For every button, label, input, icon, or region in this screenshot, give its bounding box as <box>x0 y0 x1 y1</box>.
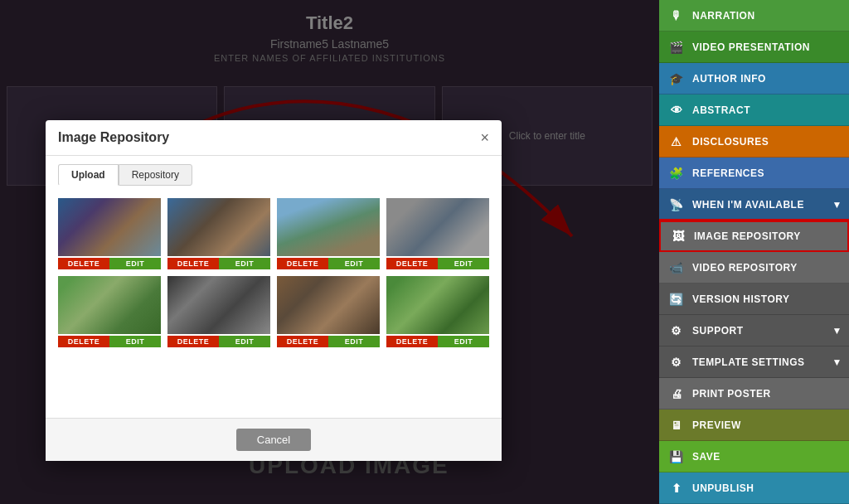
narration-icon: 🎙 <box>667 7 686 25</box>
template-settings-icon: ⚙ <box>667 353 686 371</box>
edit-button-8[interactable]: EDIT <box>438 336 489 347</box>
image-thumb-8 <box>386 276 489 334</box>
image-repository-icon: 🖼 <box>669 227 687 245</box>
sidebar-item-label: ABSTRACT <box>692 104 750 116</box>
video-presentation-icon: 🎬 <box>667 38 686 56</box>
modal-overlay: Image Repository × Upload Repository DEL… <box>0 0 659 504</box>
image-grid: DELETE EDIT DELETE EDIT DELETE EDIT <box>58 198 489 347</box>
preview-icon: 🖥 <box>667 416 686 434</box>
image-actions-2: DELETE EDIT <box>167 258 270 269</box>
sidebar-item-image-repository[interactable]: 🖼 IMAGE REPOSITORY <box>659 220 849 252</box>
modal-title: Image Repository <box>58 130 169 145</box>
sidebar-item-support[interactable]: ⚙ SUPPORT ▼ <box>659 315 849 346</box>
delete-button-3[interactable]: DELETE <box>277 258 328 269</box>
print-poster-icon: 🖨 <box>667 385 686 403</box>
image-repository-modal: Image Repository × Upload Repository DEL… <box>46 120 502 461</box>
image-thumb-2 <box>167 198 270 256</box>
image-item: DELETE EDIT <box>277 198 380 269</box>
sidebar-item-label: PREVIEW <box>692 419 741 431</box>
edit-button-3[interactable]: EDIT <box>328 258 380 269</box>
cancel-button[interactable]: Cancel <box>236 429 311 451</box>
sidebar-item-label: SAVE <box>692 451 720 463</box>
tab-upload[interactable]: Upload <box>58 164 119 186</box>
modal-close-button[interactable]: × <box>480 130 489 145</box>
edit-button-5[interactable]: EDIT <box>109 336 161 347</box>
edit-button-7[interactable]: EDIT <box>328 336 380 347</box>
save-icon: 💾 <box>667 448 686 466</box>
modal-body: DELETE EDIT DELETE EDIT DELETE EDIT <box>46 186 502 418</box>
sidebar-item-template-settings[interactable]: ⚙ TEMPLATE SETTINGS ▼ <box>659 346 849 378</box>
image-actions-4: DELETE EDIT <box>386 258 489 269</box>
image-item: DELETE EDIT <box>58 276 161 347</box>
edit-button-2[interactable]: EDIT <box>219 258 270 269</box>
image-item: DELETE EDIT <box>167 198 270 269</box>
delete-button-1[interactable]: DELETE <box>58 258 109 269</box>
sidebar-item-label: PRINT POSTER <box>692 388 771 400</box>
author-info-icon: 🎓 <box>667 70 686 88</box>
sidebar-item-author-info[interactable]: 🎓 AUTHOR INFO <box>659 63 849 94</box>
sidebar-item-label: VIDEO PRESENTATION <box>692 41 810 53</box>
image-item: DELETE EDIT <box>58 198 161 269</box>
delete-button-4[interactable]: DELETE <box>386 258 438 269</box>
modal-tabs: Upload Repository <box>46 156 502 186</box>
version-history-icon: 🔄 <box>667 290 686 308</box>
sidebar-item-label: TEMPLATE SETTINGS <box>692 356 805 368</box>
edit-button-6[interactable]: EDIT <box>219 336 270 347</box>
abstract-icon: 👁 <box>667 101 686 119</box>
image-thumb-4 <box>386 198 489 256</box>
image-item: DELETE EDIT <box>277 276 380 347</box>
image-actions-5: DELETE EDIT <box>58 336 161 347</box>
image-item: DELETE EDIT <box>386 276 489 347</box>
image-item: DELETE EDIT <box>167 276 270 347</box>
image-thumb-1 <box>58 198 161 256</box>
tab-repository[interactable]: Repository <box>119 164 192 186</box>
sidebar-item-label: REFERENCES <box>692 167 764 179</box>
sidebar-item-save[interactable]: 💾 SAVE <box>659 441 849 472</box>
image-thumb-7 <box>277 276 380 334</box>
sidebar-item-label: IMAGE REPOSITORY <box>694 230 801 242</box>
sidebar-item-preview[interactable]: 🖥 PREVIEW <box>659 410 849 441</box>
edit-button-1[interactable]: EDIT <box>109 258 161 269</box>
chevron-down-icon: ▼ <box>832 356 842 368</box>
image-actions-6: DELETE EDIT <box>167 336 270 347</box>
delete-button-8[interactable]: DELETE <box>386 336 438 347</box>
video-repository-icon: 📹 <box>667 259 686 277</box>
modal-header: Image Repository × <box>46 120 502 156</box>
sidebar-item-video-presentation[interactable]: 🎬 VIDEO PRESENTATION <box>659 32 849 63</box>
delete-button-2[interactable]: DELETE <box>167 258 219 269</box>
sidebar-item-print-poster[interactable]: 🖨 PRINT POSTER <box>659 378 849 410</box>
edit-button-4[interactable]: EDIT <box>438 258 489 269</box>
references-icon: 🧩 <box>667 164 686 182</box>
image-actions-3: DELETE EDIT <box>277 258 380 269</box>
image-actions-1: DELETE EDIT <box>58 258 161 269</box>
sidebar-item-label: WHEN I'M AVAILABLE <box>692 199 804 211</box>
chevron-down-icon: ▼ <box>832 325 842 337</box>
sidebar-item-video-repository[interactable]: 📹 VIDEO REPOSITORY <box>659 252 849 284</box>
sidebar-item-disclosures[interactable]: ⚠ DISCLOSURES <box>659 126 849 158</box>
sidebar-item-label: UNPUBLISH <box>692 482 754 494</box>
sidebar-item-abstract[interactable]: 👁 ABSTRACT <box>659 94 849 126</box>
delete-button-5[interactable]: DELETE <box>58 336 109 347</box>
sidebar-item-version-history[interactable]: 🔄 VERSION HISTORY <box>659 284 849 315</box>
chevron-down-icon: ▼ <box>832 199 842 211</box>
image-actions-8: DELETE EDIT <box>386 336 489 347</box>
sidebar-item-label: AUTHOR INFO <box>692 73 766 85</box>
sidebar-item-label: VERSION HISTORY <box>692 293 790 305</box>
image-actions-7: DELETE EDIT <box>277 336 380 347</box>
delete-button-6[interactable]: DELETE <box>167 336 219 347</box>
sidebar-item-narration[interactable]: 🎙 NARRATION <box>659 0 849 32</box>
sidebar: 🎙 NARRATION 🎬 VIDEO PRESENTATION 🎓 AUTHO… <box>659 0 849 504</box>
sidebar-item-when-available[interactable]: 📡 WHEN I'M AVAILABLE ▼ <box>659 189 849 220</box>
image-thumb-5 <box>58 276 161 334</box>
sidebar-item-label: VIDEO REPOSITORY <box>692 262 798 274</box>
sidebar-item-label: DISCLOSURES <box>692 136 769 148</box>
unpublish-icon: ⬆ <box>667 479 686 497</box>
image-thumb-6 <box>167 276 270 334</box>
sidebar-item-references[interactable]: 🧩 REFERENCES <box>659 158 849 189</box>
sidebar-item-label: SUPPORT <box>692 325 744 337</box>
delete-button-7[interactable]: DELETE <box>277 336 328 347</box>
image-thumb-3 <box>277 198 380 256</box>
sidebar-item-unpublish[interactable]: ⬆ UNPUBLISH <box>659 472 849 504</box>
when-available-icon: 📡 <box>667 196 686 214</box>
sidebar-item-label: NARRATION <box>692 10 755 22</box>
